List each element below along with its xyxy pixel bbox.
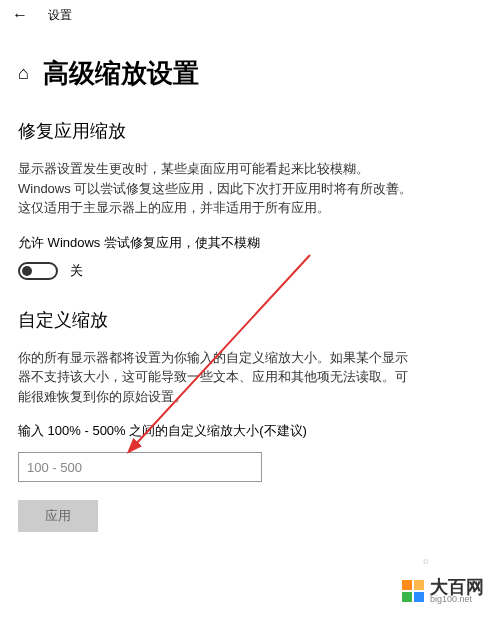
page-title: 高级缩放设置	[43, 56, 199, 91]
apply-button[interactable]: 应用	[18, 500, 98, 532]
toggle-fix-state: 关	[70, 262, 83, 280]
custom-scale-input[interactable]	[18, 452, 262, 482]
watermark: 大百网 big100.net	[402, 578, 484, 604]
section-fix-scaling-title: 修复应用缩放	[18, 119, 482, 143]
faint-glyph: ⚬	[420, 554, 432, 570]
section-custom-scaling-desc: 你的所有显示器都将设置为你输入的自定义缩放大小。如果某个显示器不支持该大小，这可…	[18, 348, 418, 407]
toggle-fix-label: 允许 Windows 尝试修复应用，使其不模糊	[18, 234, 482, 252]
custom-scale-input-label: 输入 100% - 500% 之间的自定义缩放大小(不建议)	[18, 422, 482, 440]
home-icon[interactable]: ⌂	[18, 63, 29, 84]
section-fix-scaling-desc: 显示器设置发生更改时，某些桌面应用可能看起来比较模糊。Windows 可以尝试修…	[18, 159, 418, 218]
section-custom-scaling-title: 自定义缩放	[18, 308, 482, 332]
back-arrow-icon[interactable]: ←	[12, 6, 28, 24]
watermark-sub: big100.net	[430, 594, 484, 604]
toggle-fix-scaling[interactable]	[18, 262, 58, 280]
toggle-knob	[22, 266, 32, 276]
topbar-title: 设置	[48, 7, 72, 24]
